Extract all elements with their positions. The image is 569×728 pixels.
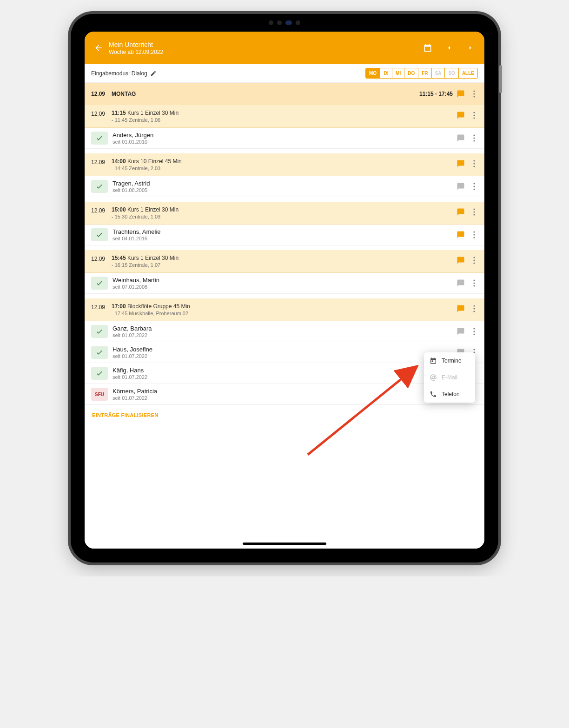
menu-label: Termine — [442, 357, 462, 364]
status-chip[interactable] — [91, 346, 108, 359]
calendar-icon — [430, 357, 437, 364]
course-sub: - 11:45 Zentrale, 1.06 — [112, 117, 457, 123]
chat-icon[interactable] — [457, 304, 465, 313]
svg-point-8 — [473, 140, 475, 141]
student-name: Trachtens, Amelie — [112, 228, 457, 235]
course-title: 17:00 Blockflöte Gruppe 45 Min — [112, 303, 457, 310]
student-row[interactable]: Tragen, Astridseit 01.08.2005 — [85, 176, 484, 197]
student-row[interactable]: Weinhaus, Martinseit 07.01.2008 — [85, 273, 484, 294]
input-mode-toggle[interactable]: Eingabemodus: Dialog — [91, 70, 157, 77]
chat-icon[interactable] — [457, 90, 465, 98]
more-menu-button[interactable] — [470, 206, 478, 218]
course-date: 12.09 — [91, 255, 112, 262]
tab-sa[interactable]: SA — [432, 68, 445, 78]
svg-point-16 — [473, 211, 475, 212]
more-menu-button[interactable] — [470, 278, 478, 289]
svg-point-21 — [473, 257, 475, 258]
svg-point-15 — [473, 208, 475, 210]
student-since: seit 01.07.2022 — [112, 395, 457, 401]
finalize-button[interactable]: EINTRÄGE FINALISIEREN — [85, 405, 484, 425]
svg-point-23 — [473, 262, 475, 264]
tab-so[interactable]: SO — [445, 68, 458, 78]
status-chip[interactable] — [91, 277, 108, 290]
status-chip[interactable] — [91, 180, 108, 193]
svg-point-9 — [473, 160, 475, 161]
status-chip[interactable] — [91, 132, 108, 145]
chat-icon[interactable] — [457, 231, 465, 239]
more-menu-button[interactable] — [470, 303, 478, 314]
prev-week-button[interactable] — [443, 41, 456, 54]
spacer — [85, 197, 484, 202]
more-menu-button[interactable] — [470, 326, 478, 337]
course-row[interactable]: 12.0911:15 Kurs 1 Einzel 30 Min- 11:45 Z… — [85, 105, 484, 128]
menu-item-telefon[interactable]: Telefon — [424, 386, 475, 403]
calendar-icon[interactable] — [421, 41, 434, 54]
course-sub: - 17:45 Musikhalle, Proberaum 02 — [112, 311, 457, 316]
chat-icon[interactable] — [457, 279, 465, 287]
status-chip[interactable] — [91, 228, 108, 241]
chat-icon[interactable] — [457, 159, 465, 168]
course-row[interactable]: 12.0917:00 Blockflöte Gruppe 45 Min- 17:… — [85, 298, 484, 321]
day-tabs: MO DI MI DO FR SA SO ALLE — [365, 68, 478, 79]
svg-point-27 — [473, 305, 475, 306]
menu-item-email[interactable]: E-Mail — [424, 369, 475, 386]
spacer — [85, 245, 484, 250]
course-title: 15:00 Kurs 1 Einzel 30 Min — [112, 206, 457, 213]
tab-do[interactable]: DO — [404, 68, 418, 78]
context-menu: Termine E-Mail Telefon — [424, 352, 475, 403]
course-sub: - 14:45 Zentrale, 2.03 — [112, 165, 457, 171]
chat-icon[interactable] — [457, 327, 465, 336]
svg-point-6 — [473, 134, 475, 136]
student-row[interactable]: Anders, Jürgenseit 01.01.2010 — [85, 128, 484, 149]
student-since: seit 01.01.2010 — [112, 139, 457, 145]
svg-point-11 — [473, 165, 475, 167]
student-since: seit 01.07.2022 — [112, 332, 457, 338]
chat-icon[interactable] — [457, 134, 465, 142]
more-menu-button[interactable] — [470, 132, 478, 144]
svg-point-7 — [473, 137, 475, 139]
spacer — [85, 149, 484, 153]
svg-point-26 — [473, 285, 475, 286]
course-title: 11:15 Kurs 1 Einzel 30 Min — [112, 110, 457, 116]
phone-icon — [430, 390, 437, 398]
svg-point-20 — [473, 237, 475, 238]
tab-di[interactable]: DI — [380, 68, 392, 78]
tab-mo[interactable]: MO — [366, 68, 380, 78]
tab-fr[interactable]: FR — [418, 68, 431, 78]
student-since: seit 04.01.2016 — [112, 236, 457, 241]
menu-item-termine[interactable]: Termine — [424, 352, 475, 369]
course-row[interactable]: 12.0915:45 Kurs 1 Einzel 30 Min- 16:15 Z… — [85, 250, 484, 273]
student-row[interactable]: Trachtens, Amelieseit 04.01.2016 — [85, 225, 484, 245]
status-chip[interactable] — [91, 367, 108, 380]
day-header-time: 11:15 - 17:45 — [419, 91, 453, 97]
svg-point-2 — [473, 96, 475, 97]
student-name: Tragen, Astrid — [112, 180, 457, 187]
student-name: Ganz, Barbara — [112, 325, 457, 332]
more-menu-button[interactable] — [470, 229, 478, 240]
status-chip[interactable]: SFU — [91, 388, 108, 401]
more-menu-button[interactable] — [470, 181, 478, 192]
tab-mi[interactable]: MI — [392, 68, 404, 78]
svg-point-4 — [473, 114, 475, 116]
chat-icon[interactable] — [457, 208, 465, 216]
student-since: seit 01.08.2005 — [112, 187, 457, 193]
more-menu-button[interactable] — [470, 110, 478, 121]
chat-icon[interactable] — [457, 111, 465, 119]
back-button[interactable] — [92, 41, 105, 54]
course-date: 12.09 — [91, 303, 112, 311]
chat-icon[interactable] — [457, 182, 465, 191]
more-menu-button[interactable] — [470, 255, 478, 266]
more-menu-button[interactable] — [470, 88, 478, 99]
svg-point-32 — [473, 333, 475, 335]
svg-point-24 — [473, 279, 475, 281]
course-row[interactable]: 12.0915:00 Kurs 1 Einzel 30 Min- 15:30 Z… — [85, 202, 484, 225]
course-title: 14:00 Kurs 10 Einzel 45 Min — [112, 158, 457, 165]
more-menu-button[interactable] — [470, 158, 478, 169]
student-row[interactable]: Ganz, Barbaraseit 01.07.2022 — [85, 321, 484, 342]
course-title: 15:45 Kurs 1 Einzel 30 Min — [112, 255, 457, 261]
tab-alle[interactable]: ALLE — [459, 68, 477, 78]
status-chip[interactable] — [91, 325, 108, 338]
chat-icon[interactable] — [457, 256, 465, 265]
next-week-button[interactable] — [464, 41, 477, 54]
course-row[interactable]: 12.0914:00 Kurs 10 Einzel 45 Min- 14:45 … — [85, 153, 484, 176]
